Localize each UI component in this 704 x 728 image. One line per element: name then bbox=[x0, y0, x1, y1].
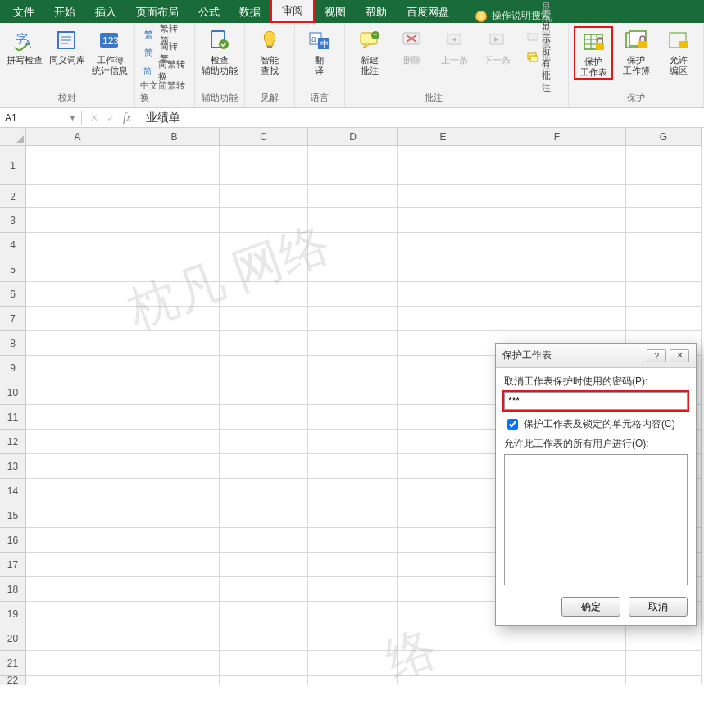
delete-comment-button[interactable]: 删除 bbox=[393, 26, 432, 76]
tab-数据[interactable]: 数据 bbox=[229, 2, 270, 23]
formula-input[interactable]: 业绩单 bbox=[139, 109, 704, 127]
tab-开始[interactable]: 开始 bbox=[44, 2, 85, 23]
cell[interactable] bbox=[129, 577, 220, 602]
cell[interactable] bbox=[626, 185, 702, 208]
row-header-4[interactable]: 4 bbox=[0, 233, 26, 257]
cell[interactable] bbox=[129, 331, 220, 356]
cell[interactable] bbox=[26, 602, 129, 626]
row-header-7[interactable]: 7 bbox=[0, 307, 26, 331]
cell[interactable] bbox=[398, 577, 488, 602]
cell[interactable] bbox=[129, 146, 220, 185]
cell[interactable] bbox=[220, 146, 308, 185]
cell[interactable] bbox=[308, 602, 398, 626]
cell[interactable] bbox=[398, 282, 488, 307]
cell[interactable] bbox=[220, 528, 308, 553]
cell[interactable] bbox=[129, 479, 220, 503]
cell[interactable] bbox=[26, 356, 129, 380]
cell[interactable] bbox=[626, 307, 702, 331]
cell[interactable] bbox=[308, 553, 398, 577]
cell[interactable] bbox=[488, 185, 626, 208]
cell[interactable] bbox=[398, 331, 488, 356]
tab-百度网盘[interactable]: 百度网盘 bbox=[397, 2, 459, 23]
cell[interactable] bbox=[220, 430, 308, 454]
cell[interactable] bbox=[220, 257, 308, 282]
col-header-F[interactable]: F bbox=[488, 128, 626, 146]
cell[interactable] bbox=[26, 528, 129, 553]
cell[interactable] bbox=[308, 626, 398, 651]
tab-帮助[interactable]: 帮助 bbox=[356, 2, 397, 23]
allow-edit-ranges-button[interactable]: 允许 编区 bbox=[659, 26, 698, 80]
cell[interactable] bbox=[398, 307, 488, 331]
row-header-3[interactable]: 3 bbox=[0, 208, 26, 233]
cell[interactable] bbox=[398, 528, 488, 553]
tab-视图[interactable]: 视图 bbox=[315, 2, 356, 23]
cell[interactable] bbox=[398, 676, 488, 685]
row-header-14[interactable]: 14 bbox=[0, 479, 26, 503]
cell[interactable] bbox=[308, 233, 398, 257]
cell[interactable] bbox=[308, 257, 398, 282]
cell[interactable] bbox=[398, 405, 488, 430]
cell[interactable] bbox=[308, 282, 398, 307]
cell[interactable] bbox=[26, 553, 129, 577]
protect-content-checkbox[interactable] bbox=[507, 419, 518, 430]
cell[interactable] bbox=[129, 503, 220, 528]
cell[interactable] bbox=[129, 257, 220, 282]
cell[interactable] bbox=[129, 454, 220, 479]
col-header-E[interactable]: E bbox=[398, 128, 488, 146]
cell[interactable] bbox=[488, 257, 626, 282]
cell[interactable] bbox=[220, 307, 308, 331]
cancel-icon[interactable]: ✕ bbox=[90, 112, 98, 124]
cell[interactable] bbox=[129, 282, 220, 307]
cell[interactable] bbox=[220, 356, 308, 380]
spellcheck-button[interactable]: 字A 拼写检查 bbox=[5, 26, 44, 76]
cell[interactable] bbox=[398, 454, 488, 479]
cell[interactable] bbox=[398, 185, 488, 208]
row-header-6[interactable]: 6 bbox=[0, 282, 26, 307]
cell[interactable] bbox=[308, 331, 398, 356]
cell[interactable] bbox=[220, 676, 308, 685]
cell[interactable] bbox=[220, 454, 308, 479]
cell[interactable] bbox=[220, 651, 308, 676]
cell[interactable] bbox=[308, 380, 398, 405]
cell[interactable] bbox=[129, 208, 220, 233]
protect-workbook-button[interactable]: 保护 工作簿 bbox=[616, 26, 656, 80]
tab-插入[interactable]: 插入 bbox=[85, 2, 126, 23]
cell[interactable] bbox=[626, 257, 702, 282]
cell[interactable] bbox=[26, 208, 129, 233]
cell[interactable] bbox=[626, 282, 702, 307]
col-header-C[interactable]: C bbox=[220, 128, 308, 146]
help-button[interactable]: ? bbox=[647, 349, 666, 362]
permissions-listbox[interactable] bbox=[504, 454, 688, 585]
cell[interactable] bbox=[129, 553, 220, 577]
close-button[interactable]: ✕ bbox=[670, 349, 689, 362]
cell[interactable] bbox=[308, 405, 398, 430]
cell[interactable] bbox=[398, 479, 488, 503]
cell[interactable] bbox=[220, 577, 308, 602]
cell[interactable] bbox=[26, 577, 129, 602]
cell[interactable] bbox=[488, 651, 626, 676]
cell[interactable] bbox=[220, 405, 308, 430]
cell[interactable] bbox=[129, 356, 220, 380]
cell[interactable] bbox=[488, 233, 626, 257]
cell[interactable] bbox=[398, 651, 488, 676]
row-header-21[interactable]: 21 bbox=[0, 651, 26, 676]
cell[interactable] bbox=[26, 676, 129, 685]
cell[interactable] bbox=[129, 676, 220, 685]
cell[interactable] bbox=[26, 503, 129, 528]
cell[interactable] bbox=[26, 380, 129, 405]
cell[interactable] bbox=[308, 528, 398, 553]
password-input[interactable] bbox=[504, 392, 688, 410]
check-accessibility-button[interactable]: 检查 辅助功能 bbox=[200, 26, 239, 76]
cell[interactable] bbox=[129, 602, 220, 626]
cell[interactable] bbox=[308, 208, 398, 233]
row-header-15[interactable]: 15 bbox=[0, 503, 26, 528]
cell[interactable] bbox=[220, 479, 308, 503]
cell[interactable] bbox=[398, 356, 488, 380]
cell[interactable] bbox=[626, 208, 702, 233]
cell[interactable] bbox=[626, 676, 702, 685]
cell[interactable] bbox=[398, 146, 488, 185]
cell[interactable] bbox=[626, 626, 702, 651]
cell[interactable] bbox=[308, 356, 398, 380]
cell[interactable] bbox=[220, 331, 308, 356]
cell[interactable] bbox=[308, 146, 398, 185]
